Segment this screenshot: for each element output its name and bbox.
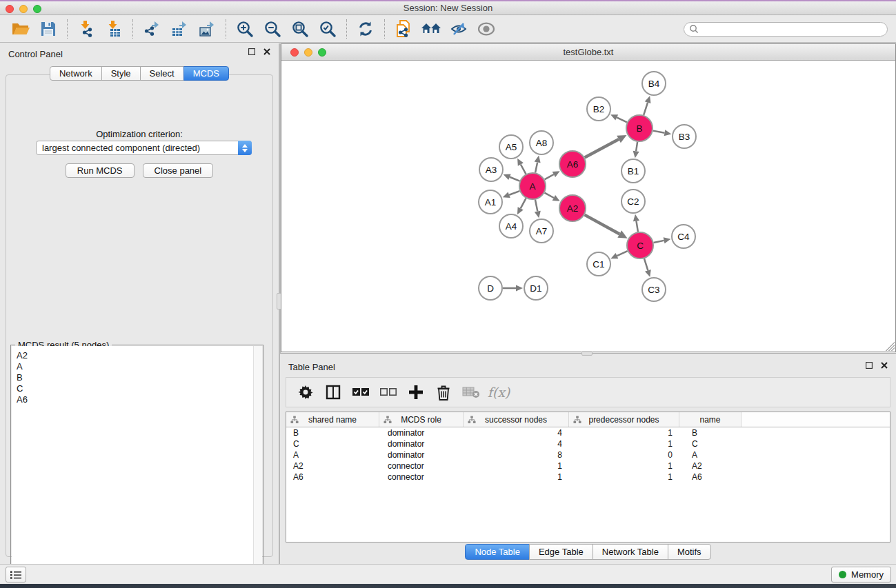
table-cell[interactable]: B [679,427,741,438]
graph-edge[interactable] [654,237,671,243]
window-resize-grip[interactable] [886,342,895,351]
table-cell[interactable]: dominator [379,427,464,438]
graph-edge[interactable] [504,174,520,181]
result-list-item[interactable]: C [17,383,262,394]
graph-edge[interactable] [633,142,639,158]
result-list-scrollbar[interactable] [253,346,262,580]
graph-node-A1[interactable]: A1 [479,190,502,214]
float-panel-icon[interactable] [248,48,255,55]
zoom-fit-icon[interactable] [286,18,314,40]
graph-edge[interactable] [545,193,560,201]
column-header-predecessor-nodes[interactable]: predecessor nodes [569,412,679,427]
search-box[interactable] [684,22,888,37]
table-cell[interactable]: 4 [464,427,569,438]
graph-edge[interactable] [517,159,526,174]
table-cell[interactable]: A [286,449,379,460]
deselect-all-icon[interactable] [376,381,401,404]
add-column-icon[interactable] [404,381,428,404]
graph-node-B4[interactable]: B4 [642,72,666,95]
table-cell[interactable]: 4 [464,438,569,449]
close-panel-button[interactable]: Close panel [143,163,214,178]
table-cell[interactable]: 8 [464,449,569,460]
graph-edge[interactable] [503,285,523,291]
task-history-button[interactable] [6,567,26,582]
tab-edge-table[interactable]: Edge Table [529,544,593,560]
open-file-icon[interactable] [7,18,34,40]
import-table-icon[interactable] [100,18,128,40]
column-header-shared-name[interactable]: shared name [286,412,379,427]
tab-network[interactable]: Network [50,66,102,81]
export-network-icon[interactable] [138,18,166,40]
graph-node-A[interactable]: A [519,173,546,199]
table-cell[interactable]: dominator [379,449,464,460]
graph-node-D[interactable]: D [479,276,502,300]
graph-edge[interactable] [585,215,628,239]
zoom-out-icon[interactable] [259,18,286,40]
network-canvas[interactable]: AA1A2A3A4A5A6A7A8BB1B2B3B4CC1C2C3C4DD1 [281,61,895,352]
splitter-handle[interactable] [581,351,593,356]
graph-node-A7[interactable]: A7 [530,219,553,243]
table-cell[interactable]: 1 [569,438,679,449]
graph-node-C1[interactable]: C1 [587,252,610,276]
home-icon[interactable] [417,18,445,40]
zoom-selected-icon[interactable] [314,18,341,40]
tab-motifs[interactable]: Motifs [668,544,711,560]
result-list-item[interactable]: B [17,372,262,383]
table-cell[interactable]: A2 [286,460,379,472]
column-header-name[interactable]: name [679,412,741,427]
import-network-icon[interactable] [72,18,100,40]
graph-node-C[interactable]: C [627,232,653,258]
table-cell[interactable]: 1 [569,460,679,472]
export-table-icon[interactable] [166,18,193,40]
table-cell[interactable]: 1 [464,472,569,483]
graph-node-A5[interactable]: A5 [499,135,523,159]
graph-edge[interactable] [585,135,627,158]
tab-select[interactable]: Select [140,66,184,81]
table-cell[interactable]: 1 [569,472,679,483]
tab-mcds[interactable]: MCDS [183,66,229,81]
delete-column-icon[interactable] [431,381,456,404]
graph-node-D1[interactable]: D1 [524,276,548,300]
graph-edge[interactable] [610,114,627,122]
float-panel-icon[interactable] [866,362,873,369]
zoom-in-icon[interactable] [231,18,259,40]
tab-network-table[interactable]: Network Table [593,544,668,560]
table-cell[interactable]: 1 [464,460,569,472]
table-cell[interactable]: A2 [679,460,741,472]
graph-edge[interactable] [535,156,541,173]
graph-node-A4[interactable]: A4 [499,214,523,238]
criterion-dropdown[interactable]: largest connected component (directed) [36,141,252,155]
graph-node-C2[interactable]: C2 [621,190,645,213]
graph-node-B[interactable]: B [626,115,653,141]
search-input[interactable] [699,24,882,34]
graph-node-A6[interactable]: A6 [559,151,586,177]
result-list-item[interactable]: A6 [17,394,262,405]
graph-edge[interactable] [644,258,651,277]
refresh-icon[interactable] [352,18,379,40]
graph-edge[interactable] [517,199,526,215]
graph-edge[interactable] [535,200,541,219]
graph-node-C3[interactable]: C3 [642,278,666,301]
graph-edge[interactable] [653,130,672,136]
save-session-icon[interactable] [34,18,62,40]
tab-node-table[interactable]: Node Table [465,544,530,560]
graph-node-C4[interactable]: C4 [672,225,695,248]
table-settings-icon[interactable] [293,381,318,404]
hide-graphics-details-icon[interactable] [445,18,472,40]
memory-button[interactable]: Memory [831,567,891,582]
table-cell[interactable]: 0 [569,449,679,460]
result-list-item[interactable]: A2 [17,350,262,361]
network-from-selection-icon[interactable] [390,18,417,40]
close-panel-icon[interactable] [263,48,270,55]
graph-node-A8[interactable]: A8 [530,131,553,154]
table-cell[interactable]: A6 [286,472,379,483]
select-all-icon[interactable] [348,381,373,404]
run-mcds-button[interactable]: Run MCDS [66,163,135,178]
table-cell[interactable]: connector [379,460,464,472]
table-cell[interactable]: C [286,438,379,449]
graph-edge[interactable] [503,191,520,198]
graph-node-A3[interactable]: A3 [479,158,503,181]
table-cell[interactable]: C [679,438,741,449]
show-graphics-details-icon[interactable] [472,18,500,40]
horizontal-splitter[interactable] [280,353,896,358]
